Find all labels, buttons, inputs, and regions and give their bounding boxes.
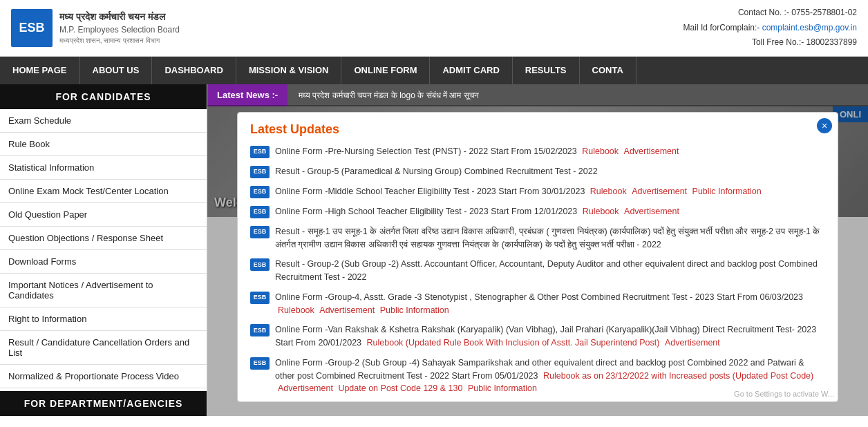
link-advertisement[interactable]: Advertisement xyxy=(632,187,687,196)
link-update-post-code[interactable]: Update on Post Code 129 & 130 xyxy=(338,383,462,393)
news-label: Latest News :- xyxy=(207,84,287,106)
popup-item: ESB Online Form -Group-4, Asstt. Grade -… xyxy=(250,291,825,317)
esb-icon: ESB xyxy=(250,166,270,178)
news-ticker: Latest News :- मध्य प्रदेश कर्मचारी चयन … xyxy=(207,84,868,106)
link-rulebook-updated[interactable]: Rulebook as on 23/12/2022 with Increased… xyxy=(543,371,813,381)
sidebar-item-statistical-info[interactable]: Statistical Information xyxy=(0,156,207,180)
link-advertisement[interactable]: Advertisement xyxy=(319,305,375,315)
header: ESB मध्य प्रदेश कर्मचारी चयन मंडल M.P. E… xyxy=(0,0,868,57)
news-text: मध्य प्रदेश कर्मचारी चयन मंडल के logo के… xyxy=(287,91,868,100)
esb-icon: ESB xyxy=(250,258,270,271)
contact-info: Contact No. :- 0755-2578801-02 Mail Id f… xyxy=(683,6,857,50)
sidebar-item-normalized-video[interactable]: Normalized & Proportionate Process Video xyxy=(0,365,207,388)
sidebar-item-download-forms[interactable]: Download Forms xyxy=(0,250,207,274)
popup-item: ESB Online Form -High School Teacher Eli… xyxy=(250,205,825,218)
sidebar-item-exam-schedule[interactable]: Exam Schedule xyxy=(0,109,207,133)
link-advertisement[interactable]: Advertisement xyxy=(665,338,720,348)
mail-label: Mail Id forComplain:- xyxy=(683,23,760,32)
main-layout: FOR CANDIDATES Exam Schedule Rule Book S… xyxy=(0,84,868,416)
sidebar-item-result-cancellation[interactable]: Result / Candidature Cancellation Orders… xyxy=(0,331,207,365)
esb-icon: ESB xyxy=(250,146,270,158)
popup-item: ESB Result - Group-2 (Sub Group -2) Asst… xyxy=(250,258,825,284)
esb-icon: ESB xyxy=(250,357,270,370)
sidebar: FOR CANDIDATES Exam Schedule Rule Book S… xyxy=(0,84,207,416)
esb-icon: ESB xyxy=(250,226,270,238)
nav-home[interactable]: HOME PAGE xyxy=(0,57,80,84)
link-public-info[interactable]: Public Information xyxy=(468,383,537,393)
logo-hindi: मध्य प्रदेश कर्मचारी चयन मंडल xyxy=(59,10,180,24)
sidebar-item-old-question[interactable]: Old Question Paper xyxy=(0,203,207,227)
latest-updates-popup: × Latest Updates ESB Online Form -Pre-Nu… xyxy=(237,112,838,402)
nav-contact[interactable]: CONTA xyxy=(580,57,636,84)
popup-item: ESB Result - समूह-1 उप समूह-1 के अंतर्गत… xyxy=(250,225,825,252)
link-rulebook[interactable]: Rulebook xyxy=(590,187,627,196)
esb-icon: ESB xyxy=(250,206,270,218)
link-advertisement[interactable]: Advertisement xyxy=(278,383,333,393)
popup-item: ESB Online Form -Pre-Nursing Selection T… xyxy=(250,145,825,158)
popup-close-button[interactable]: × xyxy=(817,118,832,133)
sidebar-item-notices[interactable]: Important Notices / Advertisement to Can… xyxy=(0,274,207,307)
esb-icon: ESB xyxy=(250,186,270,198)
link-rulebook-updated[interactable]: Rulebook (Updated Rule Book With Inclusi… xyxy=(367,338,660,348)
link-rulebook[interactable]: Rulebook xyxy=(278,305,314,315)
popup-title: Latest Updates xyxy=(250,122,825,137)
mail-line: Mail Id forComplain:- complaint.esb@mp.g… xyxy=(683,21,857,36)
link-public-info[interactable]: Public Information xyxy=(380,305,449,315)
nav-dashboard[interactable]: DASHBOARD xyxy=(152,57,236,84)
logo-area: ESB मध्य प्रदेश कर्मचारी चयन मंडल M.P. E… xyxy=(11,9,180,47)
popup-item: ESB Online Form -Van Rakshak & Kshetra R… xyxy=(250,323,825,350)
logo-icon: ESB xyxy=(11,9,53,47)
sidebar-item-objections[interactable]: Question Objections / Response Sheet xyxy=(0,227,207,250)
link-advertisement[interactable]: Advertisement xyxy=(624,207,679,216)
sidebar-item-mock-test[interactable]: Online Exam Mock Test/Center Location xyxy=(0,180,207,203)
main-nav: HOME PAGE ABOUT US DASHBOARD MISSION & V… xyxy=(0,57,868,84)
popup-item: ESB Result - Group-5 (Paramedical & Nurs… xyxy=(250,165,825,178)
sidebar-item-rule-book[interactable]: Rule Book xyxy=(0,133,207,156)
sidebar-dept-header: FOR DEPARTMENT/AGENCIES xyxy=(0,391,207,416)
logo-text: मध्य प्रदेश कर्मचारी चयन मंडल M.P. Emplo… xyxy=(59,10,180,45)
link-advertisement[interactable]: Advertisement xyxy=(624,146,679,156)
contact-no: Contact No. :- 0755-2578801-02 xyxy=(683,6,857,21)
popup-item: ESB Online Form -Middle School Teacher E… xyxy=(250,185,825,198)
esb-icon: ESB xyxy=(250,324,270,336)
sidebar-item-rti[interactable]: Right to Information xyxy=(0,307,207,331)
link-rulebook[interactable]: Rulebook xyxy=(583,207,619,216)
popup-overlay: × Latest Updates ESB Online Form -Pre-Nu… xyxy=(207,105,868,416)
logo-eng: M.P. Employees Selection Board xyxy=(59,24,180,36)
nav-admit-card[interactable]: ADMIT CARD xyxy=(430,57,512,84)
nav-results[interactable]: RESULTS xyxy=(513,57,580,84)
link-public-info[interactable]: Public Information xyxy=(692,187,762,196)
sidebar-candidates-header: FOR CANDIDATES xyxy=(0,84,207,109)
link-rulebook[interactable]: Rulebook xyxy=(582,146,619,156)
toll-free: Toll Free No.:- 18002337899 xyxy=(683,35,857,50)
mail-link[interactable]: complaint.esb@mp.gov.in xyxy=(762,23,857,32)
esb-icon: ESB xyxy=(250,292,270,304)
logo-sub: मध्यप्रदेश शासन, सामान्य प्रशासन विभाग xyxy=(59,36,180,46)
nav-about[interactable]: ABOUT US xyxy=(80,57,153,84)
nav-online-form[interactable]: ONLINE FORM xyxy=(341,57,430,84)
nav-mission[interactable]: MISSION & VISION xyxy=(236,57,342,84)
content-area: Latest News :- मध्य प्रदेश कर्मचारी चयन … xyxy=(207,84,868,416)
watermark: Go to Settings to activate W... xyxy=(734,390,834,398)
